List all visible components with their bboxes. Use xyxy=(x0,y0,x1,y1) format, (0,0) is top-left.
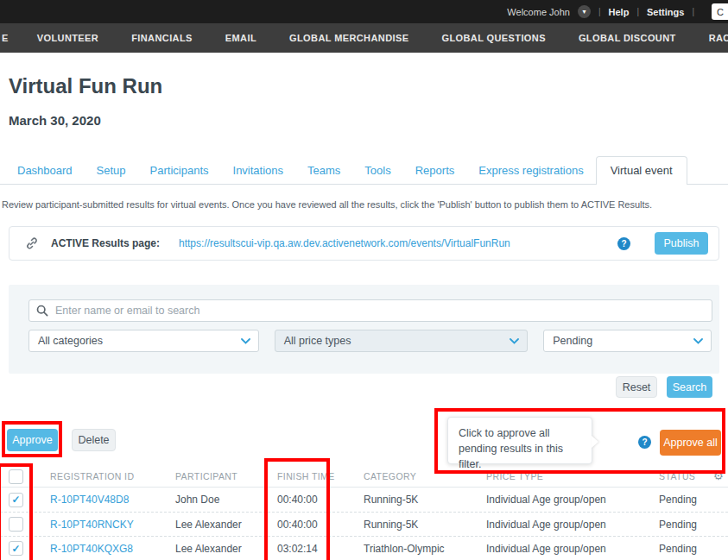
tab-virtual-event[interactable]: Virtual event xyxy=(596,156,687,185)
search-field-wrap xyxy=(28,299,712,322)
publish-help-icon[interactable]: ? xyxy=(617,237,630,250)
filter-selects: All categories All price types Pending xyxy=(28,330,712,352)
header-checkbox-cell xyxy=(0,469,41,484)
publish-button[interactable]: Publish xyxy=(655,232,708,255)
row-checkbox[interactable] xyxy=(9,517,23,532)
results-page-url[interactable]: https://resultscui-vip.qa.aw.dev.activen… xyxy=(179,237,605,249)
select-all-checkbox[interactable] xyxy=(9,469,23,484)
participant-name: Lee Alexander xyxy=(167,543,269,555)
nav-item-race-pass[interactable]: RACE PASS xyxy=(693,33,728,43)
nav-item-global-discount[interactable]: GLOBAL DISCOUNT xyxy=(562,33,693,43)
tab-tools[interactable]: Tools xyxy=(352,157,402,184)
chevron-down-icon xyxy=(510,338,519,344)
filter-buttons: Reset Search xyxy=(616,376,712,398)
event-date: March 30, 2020 xyxy=(9,113,101,128)
header-participant[interactable]: PARTICIPANT xyxy=(167,471,269,481)
reset-button[interactable]: Reset xyxy=(616,376,657,398)
nav-item-global-merchandise[interactable]: GLOBAL MERCHANDISE xyxy=(273,33,425,43)
header-registration-id[interactable]: REGISTRATION ID xyxy=(41,471,167,481)
finish-time: 00:40:00 xyxy=(269,494,355,506)
category: Triathlon-Olympic xyxy=(355,543,478,555)
tab-participants[interactable]: Participants xyxy=(138,157,221,184)
approve-all-tooltip: Click to approve all pending results in … xyxy=(447,417,592,464)
link-icon xyxy=(25,236,39,250)
price-types-select-value: All price types xyxy=(284,335,351,347)
approve-all-button[interactable]: Approve all xyxy=(660,430,721,456)
results-page-label: ACTIVE Results page: xyxy=(51,237,160,249)
status: Pending xyxy=(650,543,728,555)
status-select-value: Pending xyxy=(553,335,592,347)
divider: | xyxy=(636,7,639,16)
search-input[interactable] xyxy=(28,299,712,322)
nav-item-financials[interactable]: FINANCIALS xyxy=(115,33,209,43)
status-select[interactable]: Pending xyxy=(543,330,712,352)
virtual-event-results-page: Welcome John ▾ | Help | Settings | C E V… xyxy=(0,0,728,560)
table-row: R-10PT40RNCKY Lee Alexander 00:40:00 Run… xyxy=(0,512,728,536)
status: Pending xyxy=(650,494,728,506)
filter-panel: All categories All price types Pending xyxy=(9,285,719,374)
tab-invitations[interactable]: Invitations xyxy=(221,157,296,184)
search-button[interactable]: Search xyxy=(667,376,712,398)
header-category[interactable]: CATEGORY xyxy=(355,471,478,481)
category: Running-5K xyxy=(355,494,478,506)
price-type: Individual Age group/open xyxy=(478,543,650,555)
main-navigation: E VOLUNTEER FINANCIALS EMAIL GLOBAL MERC… xyxy=(0,23,728,53)
categories-select[interactable]: All categories xyxy=(28,330,259,352)
price-type: Individual Age group/open xyxy=(478,494,650,506)
participant-name: Lee Alexander xyxy=(167,519,269,531)
nav-item-global-questions[interactable]: GLOBAL QUESTIONS xyxy=(425,33,561,43)
table-row: R-10PT40KQXG8 Lee Alexander 03:02:14 Tri… xyxy=(0,536,728,560)
tab-dashboard[interactable]: Dashboard xyxy=(5,157,85,184)
tooltip-arrow xyxy=(592,436,598,448)
top-utility-bar: Welcome John ▾ | Help | Settings | C xyxy=(0,0,728,23)
registration-id-link[interactable]: R-10PT40RNCKY xyxy=(41,519,167,531)
help-link[interactable]: Help xyxy=(609,7,630,17)
price-type: Individual Age group/open xyxy=(478,519,650,531)
categories-select-value: All categories xyxy=(38,335,103,347)
price-types-select[interactable]: All price types xyxy=(275,330,529,352)
finish-time: 00:40:00 xyxy=(269,519,355,531)
results-table-header: REGISTRATION ID PARTICIPANT FINISH TIME … xyxy=(0,466,728,488)
nav-item-email[interactable]: EMAIL xyxy=(209,33,273,43)
tab-reports[interactable]: Reports xyxy=(403,157,467,184)
settings-link[interactable]: Settings xyxy=(647,7,684,17)
nav-item-volunteer[interactable]: VOLUNTEER xyxy=(21,33,115,43)
registration-id-link[interactable]: R-10PT40V48D8 xyxy=(41,494,167,506)
welcome-text: Welcome John xyxy=(507,7,570,17)
chevron-down-icon xyxy=(241,338,250,344)
category: Running-5K xyxy=(355,519,478,531)
tab-teams[interactable]: Teams xyxy=(295,157,352,184)
delete-button[interactable]: Delete xyxy=(72,429,116,451)
search-icon xyxy=(36,305,48,317)
approve-button[interactable]: Approve xyxy=(7,429,58,451)
column-settings-gear-icon[interactable]: ⚙ xyxy=(713,469,724,482)
participant-name: John Doe xyxy=(167,494,269,506)
row-checkbox[interactable] xyxy=(9,541,23,556)
table-row: R-10PT40V48D8 John Doe 00:40:00 Running-… xyxy=(0,488,728,512)
divider: | xyxy=(692,7,694,16)
user-avatar-icon[interactable]: ▾ xyxy=(578,5,591,18)
header-finish-time[interactable]: FINISH TIME xyxy=(269,471,355,481)
tab-express-registrations[interactable]: Express registrations xyxy=(466,157,595,184)
active-results-panel: ACTIVE Results page: https://resultscui-… xyxy=(9,226,719,261)
tab-setup[interactable]: Setup xyxy=(85,157,138,184)
registration-id-link[interactable]: R-10PT40KQXG8 xyxy=(41,543,167,555)
event-tabs: Dashboard Setup Participants Invitations… xyxy=(0,158,728,185)
partial-corner-button[interactable]: C xyxy=(712,3,728,20)
status: Pending xyxy=(650,519,728,531)
nav-item-partial[interactable]: E xyxy=(0,33,21,43)
page-description: Review participant-submitted results for… xyxy=(2,199,719,210)
page-title: Virtual Fun Run xyxy=(9,74,162,98)
divider: | xyxy=(598,7,601,16)
finish-time: 03:02:14 xyxy=(269,543,355,555)
header-price-type[interactable]: PRICE TYPE xyxy=(478,471,650,481)
chevron-down-icon xyxy=(693,338,703,344)
row-checkbox[interactable] xyxy=(9,493,23,507)
approve-all-help-icon[interactable]: ? xyxy=(638,436,651,449)
